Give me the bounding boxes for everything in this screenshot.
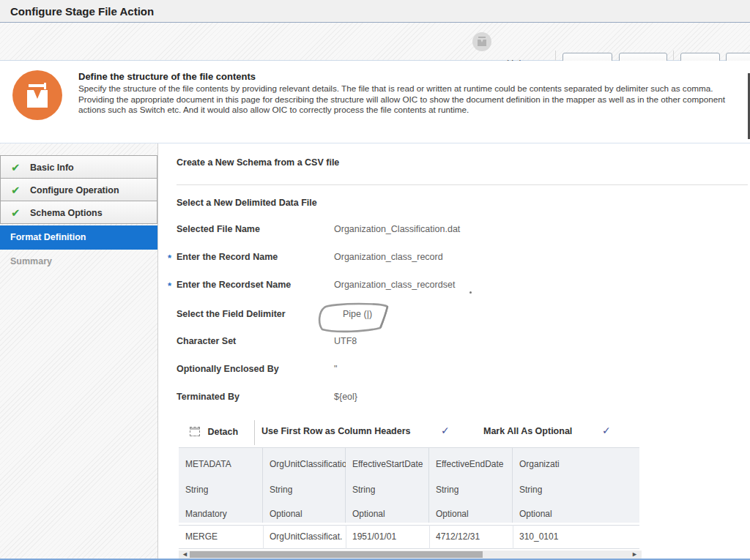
field-label: Enter the Recordset Name xyxy=(177,280,291,290)
table-horizontal-scrollbar[interactable]: ◄ ► xyxy=(179,550,642,559)
detach-label: Detach xyxy=(207,427,238,437)
stage-file-glyph xyxy=(478,37,486,46)
optionally-enclosed-by-input[interactable]: " xyxy=(334,364,337,374)
sidebar-item-label: Configure Operation xyxy=(30,185,119,195)
stage-file-glyph xyxy=(27,83,48,108)
mark-all-optional-label: Mark All As Optional xyxy=(483,426,572,436)
stage-file-icon-gray xyxy=(472,32,491,51)
field-label: Optionally Enclosed By xyxy=(177,364,279,374)
green-check-icon: ✔ xyxy=(11,184,21,197)
sidebar-item-summary[interactable]: Summary xyxy=(0,250,157,273)
field-character-set: Character Set UTF8 xyxy=(158,336,744,351)
field-optionally-enclosed-by: Optionally Enclosed By " xyxy=(158,364,744,378)
field-label: Character Set xyxy=(177,336,236,346)
toolbar-divider xyxy=(254,420,255,445)
column-header: EffectiveEndDateStringOptional xyxy=(429,448,513,523)
field-recordset-name: * Enter the Recordset Name Organization_… xyxy=(158,280,744,294)
sidebar-item-format-definition[interactable]: Format Definition xyxy=(0,225,157,250)
field-label: Selected File Name xyxy=(177,224,260,234)
required-asterisk: * xyxy=(168,253,171,264)
sidebar-item-label: Basic Info xyxy=(30,163,74,173)
field-selected-file-name: Selected File Name Organization_Classifi… xyxy=(158,224,744,239)
record-name-input[interactable]: Organization_class_record xyxy=(334,252,443,262)
terminated-by-input[interactable]: ${eol} xyxy=(334,392,357,402)
table-toolbar: Detach Use First Row as Column Headers ✓… xyxy=(179,420,633,445)
schema-columns-table: METADATAStringMandatory OrgUnitClassific… xyxy=(179,447,639,550)
wizard-steps-sidebar: ✔ Basic Info ✔ Configure Operation ✔ Sch… xyxy=(0,143,157,560)
scroll-right-arrow[interactable]: ► xyxy=(631,550,638,559)
scroll-left-arrow[interactable]: ◄ xyxy=(182,550,188,559)
top-toolbar: Help▾ < Back Next > Close Done xyxy=(0,23,750,61)
field-label: Select the Field Delimiter xyxy=(177,309,286,319)
recordset-name-input[interactable]: Organization_class_recordset xyxy=(334,280,455,290)
step-description-panel: Define the structure of the file content… xyxy=(0,61,750,143)
sidebar-item-schema-options[interactable]: ✔ Schema Options xyxy=(0,201,157,224)
sidebar-item-label: Summary xyxy=(10,256,52,266)
green-check-icon: ✔ xyxy=(11,161,21,174)
selected-file-name-value: Organization_Classification.dat xyxy=(334,224,460,234)
field-label: Terminated By xyxy=(177,392,240,402)
mark-all-optional-checkbox[interactable]: ✓ xyxy=(602,425,611,436)
scrollbar-thumb[interactable] xyxy=(190,551,483,558)
field-record-name: * Enter the Record Name Organization_cla… xyxy=(158,252,744,266)
column-header: OrganizatiStringOptional xyxy=(513,448,639,523)
form-title: Create a New Schema from a CSV file xyxy=(177,157,339,168)
format-definition-panel: Create a New Schema from a CSV file Sele… xyxy=(157,143,750,560)
dialog-title: Configure Stage File Action xyxy=(10,5,154,18)
sidebar-item-label: Format Definition xyxy=(10,232,86,242)
detach-icon xyxy=(190,427,200,436)
column-header: EffectiveStartDateStringOptional xyxy=(346,448,429,523)
column-header: METADATAStringMandatory xyxy=(179,448,263,523)
section-title: Select a New Delimited Data File xyxy=(177,198,317,208)
configure-stage-file-action-dialog: Configure Stage File Action Help▾ < Back… xyxy=(0,0,750,560)
step-heading: Define the structure of the file content… xyxy=(78,71,256,82)
field-label: Enter the Record Name xyxy=(177,252,278,262)
sidebar-item-configure-operation[interactable]: ✔ Configure Operation xyxy=(0,178,157,201)
field-field-delimiter: Select the Field Delimiter Pipe (|) xyxy=(158,309,744,324)
green-check-icon: ✔ xyxy=(11,206,21,220)
sidebar-item-basic-info[interactable]: ✔ Basic Info xyxy=(0,155,157,179)
detach-button[interactable]: Detach xyxy=(190,425,238,438)
step-description: Specify the structure of the file conten… xyxy=(78,83,746,116)
divider xyxy=(177,184,748,185)
cursor-dot xyxy=(469,291,472,294)
table-header: METADATAStringMandatory OrgUnitClassific… xyxy=(179,447,639,522)
first-row-headers-checkbox[interactable]: ✓ xyxy=(441,425,450,436)
dialog-title-bar: Configure Stage File Action xyxy=(0,0,750,23)
required-asterisk: * xyxy=(168,280,171,291)
first-row-headers-label: Use First Row as Column Headers xyxy=(261,426,411,436)
stage-file-icon-orange xyxy=(12,70,62,120)
field-terminated-by: Terminated By ${eol} xyxy=(158,392,744,406)
sidebar-item-label: Schema Options xyxy=(30,208,103,218)
hand-drawn-annotation xyxy=(315,302,393,335)
column-header: OrgUnitClassificationStringOptional xyxy=(263,448,346,523)
table-row[interactable]: MERGE OrgUnitClassificat... 1951/01/01 4… xyxy=(179,525,639,549)
character-set-select[interactable]: UTF8 xyxy=(334,336,357,346)
